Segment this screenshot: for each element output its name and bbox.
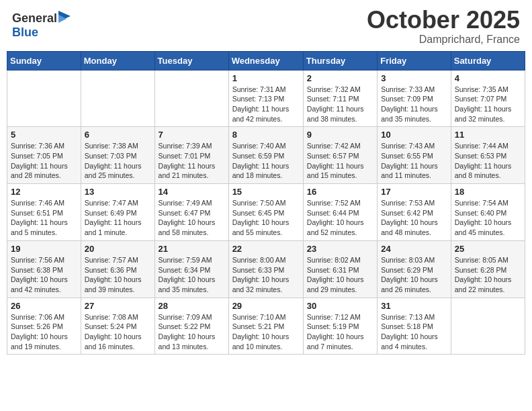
day-number: 24 [381,244,447,254]
calendar-cell: 19Sunrise: 7:56 AM Sunset: 6:38 PM Dayli… [7,240,81,298]
day-info: Sunrise: 7:46 AM Sunset: 6:51 PM Dayligh… [11,198,77,238]
day-number: 6 [85,130,151,140]
day-info: Sunrise: 7:35 AM Sunset: 7:07 PM Dayligh… [455,85,521,124]
day-number: 22 [232,244,300,254]
day-header-monday: Monday [81,51,154,70]
day-info: Sunrise: 7:42 AM Sunset: 6:57 PM Dayligh… [307,141,373,181]
day-number: 12 [11,187,77,197]
day-info: Sunrise: 7:59 AM Sunset: 6:34 PM Dayligh… [159,255,225,295]
day-number: 13 [85,187,151,197]
day-header-friday: Friday [378,51,451,70]
day-info: Sunrise: 7:53 AM Sunset: 6:42 PM Dayligh… [381,198,447,238]
day-info: Sunrise: 8:03 AM Sunset: 6:29 PM Dayligh… [381,255,447,295]
day-number: 21 [159,244,225,254]
day-number: 20 [85,244,151,254]
day-number: 23 [307,244,373,254]
calendar-cell: 7Sunrise: 7:39 AM Sunset: 7:01 PM Daylig… [154,127,228,184]
calendar-cell: 17Sunrise: 7:53 AM Sunset: 6:42 PM Dayli… [378,184,451,241]
calendar-cell: 16Sunrise: 7:52 AM Sunset: 6:44 PM Dayli… [303,184,377,241]
day-info: Sunrise: 8:00 AM Sunset: 6:33 PM Dayligh… [232,255,300,295]
day-number: 15 [232,187,300,197]
location: Damprichard, France [367,34,520,46]
calendar-cell: 27Sunrise: 7:08 AM Sunset: 5:24 PM Dayli… [81,298,154,355]
day-info: Sunrise: 8:05 AM Sunset: 6:28 PM Dayligh… [455,255,521,295]
day-info: Sunrise: 7:40 AM Sunset: 6:59 PM Dayligh… [232,141,300,181]
calendar-cell: 28Sunrise: 7:09 AM Sunset: 5:22 PM Dayli… [154,298,228,355]
calendar-week-row: 5Sunrise: 7:36 AM Sunset: 7:05 PM Daylig… [7,127,525,184]
day-number: 10 [381,130,447,140]
calendar-cell: 5Sunrise: 7:36 AM Sunset: 7:05 PM Daylig… [7,127,81,184]
calendar-cell: 9Sunrise: 7:42 AM Sunset: 6:57 PM Daylig… [303,127,377,184]
day-info: Sunrise: 7:56 AM Sunset: 6:38 PM Dayligh… [11,255,77,295]
calendar-cell: 8Sunrise: 7:40 AM Sunset: 6:59 PM Daylig… [228,127,303,184]
day-number: 31 [381,301,447,311]
day-number: 14 [159,187,225,197]
calendar-cell: 11Sunrise: 7:44 AM Sunset: 6:53 PM Dayli… [451,127,525,184]
calendar-cell: 1Sunrise: 7:31 AM Sunset: 7:13 PM Daylig… [228,70,303,127]
day-info: Sunrise: 7:47 AM Sunset: 6:49 PM Dayligh… [85,198,151,238]
calendar-cell: 14Sunrise: 7:49 AM Sunset: 6:47 PM Dayli… [154,184,228,241]
day-info: Sunrise: 7:38 AM Sunset: 7:03 PM Dayligh… [85,141,151,181]
day-number: 1 [232,73,300,83]
day-header-wednesday: Wednesday [228,51,303,70]
calendar-cell: 4Sunrise: 7:35 AM Sunset: 7:07 PM Daylig… [451,70,525,127]
day-info: Sunrise: 7:08 AM Sunset: 5:24 PM Dayligh… [85,312,151,352]
day-info: Sunrise: 7:52 AM Sunset: 6:44 PM Dayligh… [307,198,373,238]
day-info: Sunrise: 7:10 AM Sunset: 5:21 PM Dayligh… [232,312,300,352]
logo-blue-text: Blue [12,26,38,39]
day-info: Sunrise: 7:54 AM Sunset: 6:40 PM Dayligh… [455,198,521,238]
calendar-header-row: SundayMondayTuesdayWednesdayThursdayFrid… [7,51,525,70]
day-info: Sunrise: 7:57 AM Sunset: 6:36 PM Dayligh… [85,255,151,295]
day-number: 19 [11,244,77,254]
logo-general-text: General [12,11,57,26]
calendar-week-row: 26Sunrise: 7:06 AM Sunset: 5:26 PM Dayli… [7,298,525,355]
calendar-cell [451,298,525,355]
calendar-week-row: 1Sunrise: 7:31 AM Sunset: 7:13 PM Daylig… [7,70,525,127]
day-number: 9 [307,130,373,140]
day-info: Sunrise: 8:02 AM Sunset: 6:31 PM Dayligh… [307,255,373,295]
calendar-cell: 13Sunrise: 7:47 AM Sunset: 6:49 PM Dayli… [81,184,154,241]
calendar-cell: 30Sunrise: 7:12 AM Sunset: 5:19 PM Dayli… [303,298,377,355]
day-number: 27 [85,301,151,311]
day-number: 28 [159,301,225,311]
calendar-week-row: 19Sunrise: 7:56 AM Sunset: 6:38 PM Dayli… [7,240,525,298]
calendar-cell: 6Sunrise: 7:38 AM Sunset: 7:03 PM Daylig… [81,127,154,184]
day-number: 25 [455,244,521,254]
day-info: Sunrise: 7:43 AM Sunset: 6:55 PM Dayligh… [381,141,447,181]
day-info: Sunrise: 7:06 AM Sunset: 5:26 PM Dayligh… [11,312,77,352]
day-number: 16 [307,187,373,197]
calendar-table: SundayMondayTuesdayWednesdayThursdayFrid… [7,51,525,355]
calendar-cell: 3Sunrise: 7:33 AM Sunset: 7:09 PM Daylig… [378,70,451,127]
day-number: 5 [11,130,77,140]
calendar-cell: 24Sunrise: 8:03 AM Sunset: 6:29 PM Dayli… [378,240,451,298]
day-header-thursday: Thursday [303,51,377,70]
day-info: Sunrise: 7:36 AM Sunset: 7:05 PM Dayligh… [11,141,77,181]
calendar-cell: 26Sunrise: 7:06 AM Sunset: 5:26 PM Dayli… [7,298,81,355]
logo: General Blue [12,11,72,40]
day-info: Sunrise: 7:32 AM Sunset: 7:11 PM Dayligh… [307,85,373,124]
logo-icon [58,11,71,26]
day-info: Sunrise: 7:39 AM Sunset: 7:01 PM Dayligh… [159,141,225,181]
page-header: General Blue October 2025 Damprichard, F… [7,7,525,46]
calendar-cell: 18Sunrise: 7:54 AM Sunset: 6:40 PM Dayli… [451,184,525,241]
day-info: Sunrise: 7:12 AM Sunset: 5:19 PM Dayligh… [307,312,373,352]
calendar-cell [81,70,154,127]
month-title: October 2025 [367,7,520,34]
day-info: Sunrise: 7:13 AM Sunset: 5:18 PM Dayligh… [381,312,447,352]
day-number: 26 [11,301,77,311]
title-block: October 2025 Damprichard, France [367,7,520,46]
day-header-sunday: Sunday [7,51,81,70]
calendar-cell [154,70,228,127]
calendar-week-row: 12Sunrise: 7:46 AM Sunset: 6:51 PM Dayli… [7,184,525,241]
day-header-tuesday: Tuesday [154,51,228,70]
day-header-saturday: Saturday [451,51,525,70]
day-number: 2 [307,73,373,83]
day-info: Sunrise: 7:44 AM Sunset: 6:53 PM Dayligh… [455,141,521,181]
calendar-cell: 25Sunrise: 8:05 AM Sunset: 6:28 PM Dayli… [451,240,525,298]
calendar-cell: 10Sunrise: 7:43 AM Sunset: 6:55 PM Dayli… [378,127,451,184]
day-number: 11 [455,130,521,140]
day-number: 7 [159,130,225,140]
day-number: 17 [381,187,447,197]
day-info: Sunrise: 7:33 AM Sunset: 7:09 PM Dayligh… [381,85,447,124]
calendar-cell: 12Sunrise: 7:46 AM Sunset: 6:51 PM Dayli… [7,184,81,241]
